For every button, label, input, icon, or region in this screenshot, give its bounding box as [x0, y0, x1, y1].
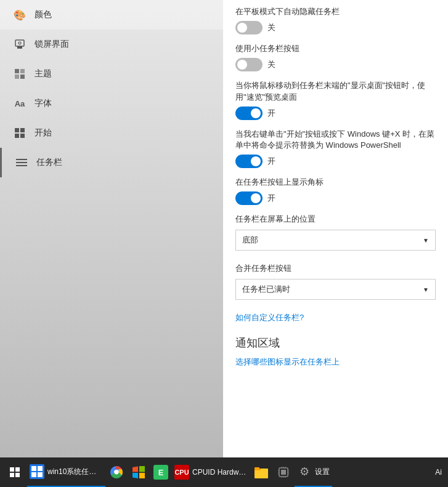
svg-rect-29	[281, 470, 286, 475]
svg-rect-6	[20, 74, 25, 79]
sidebar-item-theme[interactable]: 主题	[0, 59, 223, 89]
taskbar-evernote[interactable]: E	[150, 457, 172, 487]
auto-hide-label: 在平板模式下自动隐藏任务栏	[235, 6, 436, 17]
small-buttons-label: 使用小任务栏按钮	[235, 43, 436, 54]
combine-container: 合并任务栏按钮 任务栏已满时 ▼	[235, 263, 436, 300]
sidebar-item-lockscreen[interactable]: 锁屏界面	[0, 30, 223, 59]
svg-rect-3	[15, 69, 19, 73]
sidebar-label-color: 颜色	[35, 9, 52, 20]
show-desktop-toggle[interactable]	[235, 107, 263, 120]
evernote-icon: E	[153, 465, 168, 480]
replace-powershell-toggle-row: 开	[235, 155, 436, 168]
color-icon: 🎨	[12, 7, 27, 22]
svg-rect-9	[15, 134, 19, 138]
sidebar: 🎨 颜色 锁屏界面 主题	[0, 0, 223, 457]
svg-rect-7	[15, 128, 19, 132]
show-badge-setting: 在任务栏按钮上显示角标 开	[235, 177, 436, 205]
show-badge-toggle-text: 开	[267, 193, 275, 204]
position-container: 任务栏在屏幕上的位置 底部 ▼	[235, 214, 436, 251]
svg-rect-12	[16, 162, 27, 163]
taskbar-cpuid[interactable]: CPU CPUID Hardware ...	[172, 457, 250, 487]
sidebar-label-lockscreen: 锁屏界面	[35, 39, 69, 50]
replace-powershell-label: 当我右键单击"开始"按钮或按下 Windows 键+X 时，在菜单中将命令提示符…	[235, 129, 436, 151]
position-label: 任务栏在屏幕上的位置	[235, 214, 436, 225]
svg-rect-17	[38, 472, 43, 477]
auto-hide-toggle[interactable]	[235, 21, 263, 34]
theme-icon	[12, 66, 27, 81]
auto-hide-toggle-row: 关	[235, 21, 436, 34]
combine-chevron-icon: ▼	[423, 286, 429, 293]
font-icon: Aa	[12, 96, 27, 111]
taskbar-app-settings[interactable]: win10系统任务栏...	[27, 457, 105, 487]
svg-point-20	[115, 470, 119, 475]
sidebar-label-start: 开始	[35, 127, 52, 139]
taskbar-gear-label: 设置	[315, 467, 330, 477]
start-icon	[12, 126, 27, 140]
svg-rect-0	[15, 40, 24, 46]
gear-icon: ⚙	[297, 464, 312, 479]
windows-logo-icon	[10, 467, 20, 477]
show-desktop-toggle-text: 开	[267, 108, 275, 119]
main-container: 🎨 颜色 锁屏界面 主题	[0, 0, 448, 457]
svg-rect-15	[38, 466, 43, 471]
windows-store-icon	[131, 465, 146, 480]
start-button[interactable]	[2, 457, 27, 487]
replace-powershell-toggle-text: 开	[267, 156, 275, 167]
svg-point-2	[18, 42, 21, 44]
combine-value: 任务栏已满时	[242, 284, 290, 295]
taskbar-cpuid-label: CPUID Hardware ...	[192, 468, 248, 477]
show-badge-toggle[interactable]	[235, 191, 263, 205]
notification-section-title: 通知区域	[235, 336, 436, 350]
taskbar-explorer[interactable]	[250, 457, 272, 487]
svg-marker-24	[139, 473, 145, 478]
taskbar-settings-app-icon	[30, 464, 44, 479]
small-buttons-knob	[237, 60, 247, 70]
combine-label: 合并任务栏按钮	[235, 263, 436, 274]
chrome-icon	[109, 465, 124, 480]
customize-taskbar-link[interactable]: 如何自定义任务栏?	[235, 312, 436, 323]
show-desktop-toggle-row: 开	[235, 107, 436, 120]
show-badge-knob	[251, 193, 261, 203]
show-badge-toggle-row: 开	[235, 191, 436, 205]
svg-rect-10	[20, 134, 25, 138]
auto-hide-knob	[237, 23, 247, 33]
taskbar-nav-icon	[14, 155, 29, 170]
svg-rect-1	[17, 46, 22, 49]
show-desktop-setting: 当你将鼠标移动到任务栏末端的"显示桌面"按钮时，使用"速览"预览桌面 开	[235, 80, 436, 119]
position-value: 底部	[242, 235, 258, 246]
sidebar-item-taskbar[interactable]: 任务栏	[0, 148, 223, 177]
show-desktop-knob	[251, 108, 261, 118]
content-panel: 在平板模式下自动隐藏任务栏 关 使用小任务栏按钮 关 当你将鼠标移动到任务栏末端…	[223, 0, 448, 457]
tray-ai[interactable]: Ai	[431, 457, 446, 487]
auto-hide-setting: 在平板模式下自动隐藏任务栏 关	[235, 6, 436, 34]
replace-powershell-toggle[interactable]	[235, 155, 263, 168]
sidebar-item-start[interactable]: 开始	[0, 118, 223, 148]
taskbar-chrome[interactable]	[105, 457, 128, 487]
svg-rect-8	[20, 128, 25, 132]
lockscreen-icon	[12, 37, 27, 52]
sidebar-label-taskbar: 任务栏	[36, 157, 62, 168]
position-chevron-icon: ▼	[423, 237, 429, 244]
svg-rect-13	[16, 165, 27, 166]
taskbar-app-settings-label: win10系统任务栏...	[47, 467, 103, 477]
taskbar-gear-settings[interactable]: ⚙ 设置	[295, 457, 332, 487]
svg-rect-4	[20, 69, 25, 73]
sidebar-item-color[interactable]: 🎨 颜色	[0, 0, 223, 30]
taskbar-cpu-monitor[interactable]	[272, 457, 295, 487]
sidebar-label-font: 字体	[35, 98, 52, 109]
sidebar-item-font[interactable]: Aa 字体	[0, 89, 223, 118]
position-dropdown[interactable]: 底部 ▼	[235, 230, 436, 251]
show-badge-label: 在任务栏按钮上显示角标	[235, 177, 436, 188]
taskbar-windows[interactable]	[128, 457, 150, 487]
notification-area-link[interactable]: 选择哪些图标显示在任务栏上	[235, 357, 340, 366]
sidebar-label-theme: 主题	[35, 68, 52, 79]
replace-powershell-knob	[251, 156, 261, 166]
tray-ai-label: Ai	[435, 468, 442, 477]
svg-marker-23	[132, 473, 138, 478]
svg-rect-11	[16, 159, 27, 160]
explorer-icon	[254, 465, 269, 480]
small-buttons-toggle[interactable]	[235, 58, 263, 71]
replace-powershell-setting: 当我右键单击"开始"按钮或按下 Windows 键+X 时，在菜单中将命令提示符…	[235, 129, 436, 168]
combine-dropdown[interactable]: 任务栏已满时 ▼	[235, 279, 436, 300]
windows-taskbar: win10系统任务栏... E	[0, 457, 448, 487]
